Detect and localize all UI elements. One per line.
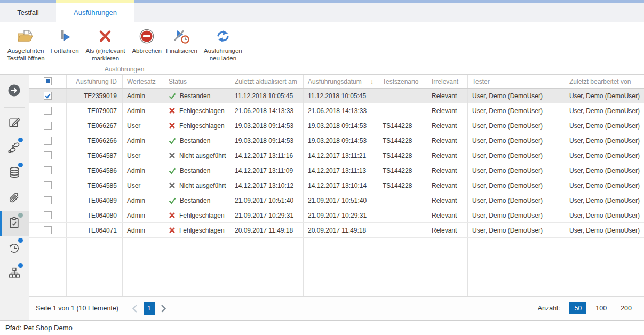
cell-irrelevant: Relevant [427, 208, 468, 222]
continue-button[interactable]: Fortfahren [49, 26, 81, 55]
tab-testfall[interactable]: Testfall [0, 3, 56, 22]
column-header-edited-by[interactable]: Zuletzt bearbeitet von [565, 75, 644, 88]
cancel-button[interactable]: Abbrechen [130, 26, 164, 55]
row-checkbox[interactable] [44, 107, 52, 115]
tab-ausfuehrungen[interactable]: Ausführungen [56, 3, 134, 22]
finalize-button[interactable]: Finalisieren [164, 26, 200, 55]
mark-irrelevant-button[interactable]: Als (ir)relevant markieren [81, 26, 130, 63]
cell-wertesatz: Admin [123, 193, 164, 208]
sidebar-item-forward[interactable] [0, 79, 29, 104]
cell-tester: User, Demo (DemoUser) [468, 148, 565, 163]
cell-edited-by: User, Demo (DemoUser) [565, 118, 644, 133]
cell-updated: 14.12.2017 13:11:09 [230, 163, 304, 178]
no-entry-icon [139, 27, 154, 46]
sidebar-item-steps[interactable] [0, 136, 29, 161]
sidebar-item-edit[interactable] [0, 111, 29, 136]
cell-status: Nicht ausgeführt [164, 178, 230, 193]
cell-execution-id: TE079007 [67, 103, 123, 118]
edit-icon [7, 116, 21, 131]
table-row[interactable]: TE064585 User Nicht ausgeführt 14.12.201… [29, 178, 644, 193]
executions-table: Ausführung ID Wertesatz Status Zuletzt a… [29, 75, 644, 296]
table-row[interactable]: TE064071 Admin Fehlgeschlagen 20.09.2017… [29, 223, 644, 238]
cell-wertesatz: Admin [123, 223, 164, 237]
ribbon-toolbar: Ausgeführten Testfall öffnen Fortfahren [0, 22, 644, 75]
status-label: Bestanden [180, 137, 210, 145]
cell-szenario: TS144228 [378, 133, 427, 148]
sidebar-item-attachments[interactable] [0, 186, 29, 211]
notification-badge [18, 263, 23, 268]
cell-tester: User, Demo (DemoUser) [468, 208, 565, 222]
sidebar-item-history[interactable] [0, 236, 29, 261]
cell-edited-by: User, Demo (DemoUser) [565, 163, 644, 178]
cell-status: Bestanden [164, 89, 230, 103]
open-executed-testcase-button[interactable]: Ausgeführten Testfall öffnen [3, 26, 49, 63]
cell-edited-by: User, Demo (DemoUser) [565, 178, 644, 193]
column-header-tester[interactable]: Tester [468, 75, 565, 88]
table-row[interactable]: TE2359019 Admin Bestanden 11.12.2018 10:… [29, 89, 644, 103]
cell-execution-id: TE064071 [67, 223, 123, 237]
column-header-szenario[interactable]: Testszenario [378, 75, 427, 88]
column-header-irrelevant[interactable]: Irrelevant [427, 75, 468, 88]
cell-tester: User, Demo (DemoUser) [468, 163, 565, 178]
cell-updated: 19.03.2018 09:14:53 [230, 133, 304, 148]
sidebar-item-hierarchy[interactable] [0, 261, 29, 286]
row-checkbox[interactable] [44, 122, 52, 130]
row-checkbox-cell [29, 223, 67, 237]
row-checkbox[interactable] [44, 151, 52, 159]
status-icon [169, 197, 176, 204]
count-option-100[interactable]: 100 [591, 302, 611, 314]
row-checkbox-cell [29, 208, 67, 222]
next-page-button[interactable] [157, 304, 170, 313]
table-row[interactable]: TE064587 User Nicht ausgeführt 14.12.201… [29, 148, 644, 163]
status-label: Nicht ausgeführt [179, 182, 226, 189]
cell-executed: 21.09.2017 10:29:31 [304, 208, 378, 222]
row-checkbox[interactable] [44, 226, 52, 234]
table-row[interactable]: TE064586 Admin Bestanden 14.12.2017 13:1… [29, 163, 644, 178]
table-row[interactable]: TE079007 Admin Fehlgeschlagen 21.06.2018… [29, 103, 644, 118]
count-option-50[interactable]: 50 [569, 302, 586, 314]
column-header-id[interactable]: Ausführung ID [67, 75, 123, 88]
table-row[interactable]: TE064080 Admin Fehlgeschlagen 21.09.2017… [29, 208, 644, 223]
row-checkbox[interactable] [44, 92, 52, 100]
status-label: Nicht ausgeführt [179, 152, 226, 159]
status-label: Fehlgeschlagen [179, 227, 225, 234]
cell-tester: User, Demo (DemoUser) [468, 133, 565, 148]
count-option-200[interactable]: 200 [616, 302, 637, 314]
row-checkbox[interactable] [44, 211, 52, 219]
reload-executions-button[interactable]: Ausführungen neu laden [200, 26, 247, 63]
status-icon [169, 212, 176, 219]
cell-updated: 19.03.2018 09:14:53 [230, 118, 304, 133]
status-icon [169, 152, 176, 159]
cell-edited-by: User, Demo (DemoUser) [565, 208, 644, 222]
cell-szenario [378, 193, 427, 208]
cell-executed: 14.12.2017 13:11:21 [304, 148, 378, 163]
row-checkbox[interactable] [44, 166, 52, 174]
notification-badge [18, 163, 23, 168]
table-row[interactable]: TE066266 Admin Bestanden 19.03.2018 09:1… [29, 133, 644, 148]
column-header-executed[interactable]: Ausführungsdatum ↓ [304, 75, 378, 88]
row-checkbox[interactable] [44, 181, 52, 189]
select-all-checkbox[interactable] [29, 75, 67, 88]
row-checkbox[interactable] [44, 137, 52, 145]
path-label: Pfad: Pet Shop Demo [5, 324, 73, 332]
sidebar-item-executions[interactable] [0, 211, 29, 236]
column-header-wertesatz[interactable]: Wertesatz [123, 75, 164, 88]
cell-updated: 14.12.2017 13:11:16 [230, 148, 304, 163]
table-row[interactable]: TE064089 Admin Bestanden 21.09.2017 10:5… [29, 193, 644, 208]
column-header-status[interactable]: Status [164, 75, 230, 88]
row-checkbox[interactable] [44, 196, 52, 204]
clipboard-check-icon [7, 216, 21, 232]
status-icon [169, 227, 176, 234]
notification-badge [18, 138, 23, 142]
table-row[interactable]: TE066267 User Fehlgeschlagen 19.03.2018 … [29, 118, 644, 133]
status-icon [169, 107, 176, 114]
previous-page-button[interactable] [128, 304, 141, 313]
row-checkbox-cell [29, 148, 67, 163]
page-number-button[interactable]: 1 [144, 302, 155, 315]
sidebar-item-data[interactable] [0, 161, 29, 186]
status-icon [169, 138, 176, 144]
column-header-updated[interactable]: Zuletzt aktualisiert am [230, 75, 304, 88]
cell-updated: 21.09.2017 10:51:40 [230, 193, 304, 208]
cell-tester: User, Demo (DemoUser) [468, 178, 565, 193]
pagination-bar: Seite 1 von 1 (10 Elemente) 1 Anzahl: 50… [29, 296, 644, 320]
